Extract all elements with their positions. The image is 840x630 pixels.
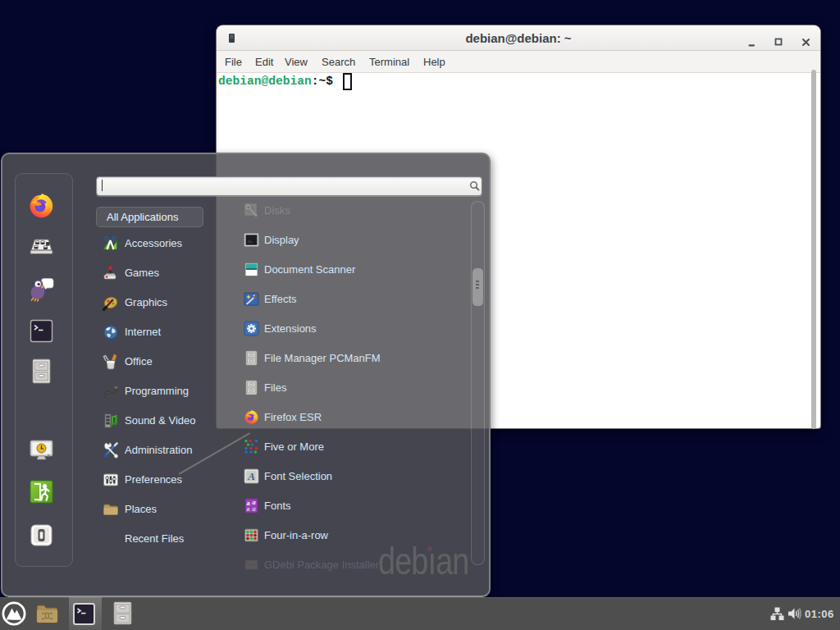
svg-text:a: a: [252, 504, 255, 513]
svg-text:a: a: [247, 504, 250, 513]
svg-text:A: A: [247, 470, 255, 482]
